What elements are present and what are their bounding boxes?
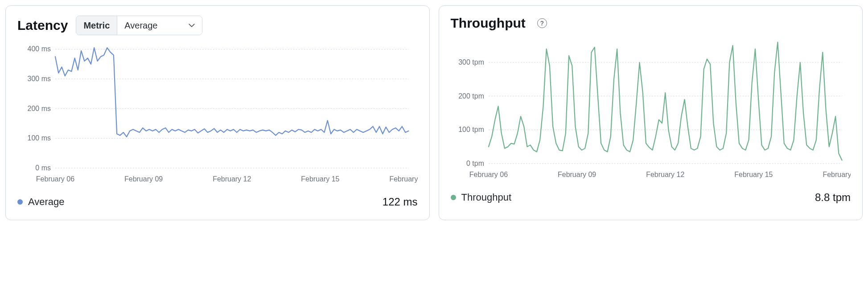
svg-text:February 18: February 18 [823,171,851,178]
latency-title: Latency [17,18,68,33]
dashboard-row: Latency Metric Average 0 ms100 ms200 ms3… [0,0,868,226]
svg-text:February 06: February 06 [36,175,74,183]
svg-text:February 18: February 18 [389,175,417,183]
latency-legend: Average [17,196,65,208]
legend-dot-icon [451,195,456,200]
svg-text:February 15: February 15 [734,171,773,178]
latency-legend-label: Average [28,196,65,208]
svg-text:400 ms: 400 ms [28,45,51,53]
legend-dot-icon [17,199,23,205]
svg-text:February 09: February 09 [124,175,163,183]
latency-chart: 0 ms100 ms200 ms300 ms400 msFebruary 06F… [17,39,418,186]
throughput-chart-svg: 0 tpm100 tpm200 tpm300 tpmFebruary 06Feb… [451,34,851,181]
svg-text:February 12: February 12 [213,175,251,183]
help-icon[interactable]: ? [537,18,547,28]
svg-text:100 tpm: 100 tpm [458,126,484,133]
throughput-summary-value: 8.8 tpm [815,191,851,204]
svg-text:February 06: February 06 [469,171,507,178]
latency-summary-value: 122 ms [383,196,418,208]
metric-selector[interactable]: Metric Average [76,16,202,35]
svg-text:February 09: February 09 [557,171,596,178]
svg-text:0 tpm: 0 tpm [466,160,484,167]
metric-selector-value[interactable]: Average [117,16,202,35]
metric-selector-label: Metric [76,16,117,35]
svg-text:February 12: February 12 [646,171,684,178]
latency-header: Latency Metric Average [17,16,418,35]
chevron-down-icon [189,22,195,29]
svg-text:200 ms: 200 ms [28,105,51,112]
throughput-card: Throughput ? 0 tpm100 tpm200 tpm300 tpmF… [439,5,863,220]
latency-footer: Average 122 ms [17,186,418,208]
svg-text:0 ms: 0 ms [35,164,51,172]
svg-text:February 15: February 15 [301,175,339,183]
throughput-header: Throughput ? [451,16,851,31]
throughput-legend-label: Throughput [461,192,512,203]
metric-selector-value-text: Average [124,21,157,31]
svg-text:100 ms: 100 ms [28,134,51,142]
latency-card: Latency Metric Average 0 ms100 ms200 ms3… [5,5,430,220]
throughput-title: Throughput [451,16,526,31]
latency-chart-svg: 0 ms100 ms200 ms300 ms400 msFebruary 06F… [17,39,418,186]
throughput-legend: Throughput [451,192,512,203]
svg-text:200 tpm: 200 tpm [458,92,484,100]
svg-text:300 ms: 300 ms [28,75,51,82]
throughput-footer: Throughput 8.8 tpm [451,181,851,204]
throughput-chart: 0 tpm100 tpm200 tpm300 tpmFebruary 06Feb… [451,34,851,181]
svg-text:300 tpm: 300 tpm [458,58,484,66]
